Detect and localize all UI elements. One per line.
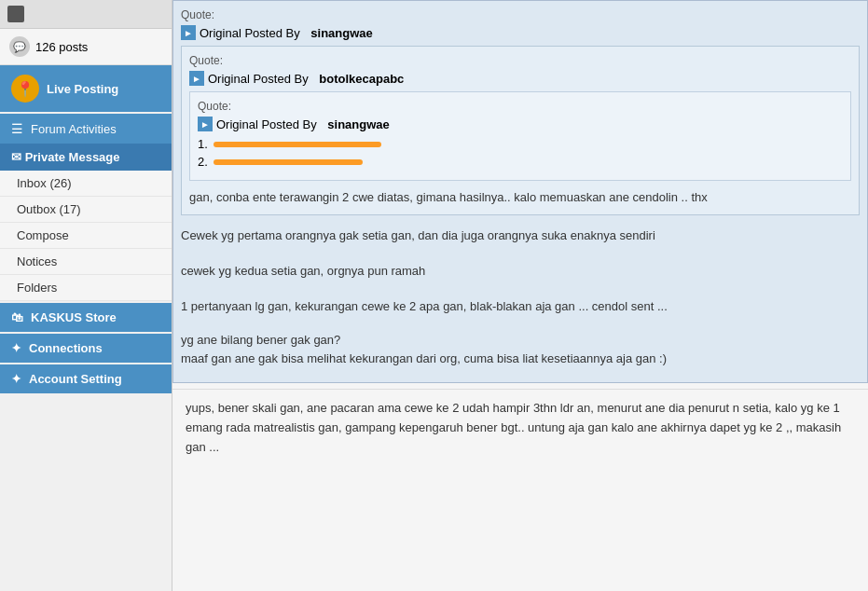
kaskus-store-label: KASKUS Store: [31, 310, 117, 324]
private-message-label: Private Message: [25, 150, 120, 164]
inner-link1-num: 1.: [198, 137, 208, 151]
posts-count-label: 126 posts: [35, 40, 88, 54]
response-3: 1 pertanyaan lg gan, kekurangan cewe ke …: [181, 296, 860, 317]
connections-button[interactable]: ✦ Connections: [0, 334, 172, 363]
kaskus-store-button[interactable]: 🛍 KASKUS Store: [0, 303, 172, 332]
middle-quote-by-text: Original Posted By: [208, 72, 309, 86]
inner-quote-by-text: Original Posted By: [216, 117, 317, 131]
inner-quote-header: ► Original Posted By sinangwae: [198, 117, 843, 131]
account-icon: ✦: [11, 372, 21, 386]
kaskus-logo-icon: [7, 6, 24, 22]
pm-compose-label: Compose: [17, 228, 69, 242]
inner-link2-blurred[interactable]: [214, 159, 363, 165]
pm-folders-item[interactable]: Folders: [0, 275, 172, 301]
inner-link-2-row: 2.: [198, 155, 843, 169]
store-icon: 🛍: [11, 310, 23, 324]
private-message-section[interactable]: ✉ Private Message: [0, 144, 172, 171]
inner-quote-box: Quote: ► Original Posted By sinangwae 1.…: [189, 91, 851, 181]
response-section: Cewek yg pertama orangnya gak setia gan,…: [181, 219, 860, 376]
middle-quote-arrow-icon: ►: [189, 71, 204, 86]
inner-quote-author: sinangwae: [327, 117, 389, 131]
middle-quote-author: botolkecapabc: [319, 72, 404, 86]
pm-folders-label: Folders: [17, 281, 57, 295]
inner-link1-blurred[interactable]: [214, 142, 381, 147]
pm-inbox-item[interactable]: Inbox (26): [0, 171, 172, 197]
chat-icon: 💬: [9, 36, 30, 57]
forum-activities-label: Forum Activities: [31, 122, 117, 136]
connections-label: Connections: [29, 341, 103, 355]
inner-link-1-row: 1.: [198, 137, 843, 151]
final-text-content: yups, bener skali gan, ane pacaran ama c…: [186, 399, 855, 457]
response-4-block: yg ane bilang bener gak gan? maaf gan an…: [181, 331, 860, 370]
posts-count-row: 💬 126 posts: [0, 29, 172, 65]
pm-notices-item[interactable]: Notices: [0, 249, 172, 275]
live-posting-icon: 📍: [11, 75, 39, 103]
outer-quote-arrow-icon: ►: [181, 25, 196, 40]
pm-submenu: Inbox (26) Outbox (17) Compose Notices F…: [0, 171, 172, 301]
response-4-line1: yg ane bilang bener gak gan?: [181, 331, 860, 350]
envelope-icon: ✉: [11, 150, 21, 164]
pm-inbox-label: Inbox (26): [17, 176, 72, 190]
middle-quote-box: Quote: ► Original Posted By botolkecapab…: [181, 46, 860, 215]
outer-quote-author: sinangwae: [310, 26, 372, 40]
outer-quote-header: ► Original Posted By sinangwae: [181, 25, 860, 40]
pm-compose-item[interactable]: Compose: [0, 223, 172, 249]
response-2: cewek yg kedua setia gan, orgnya pun ram…: [181, 260, 860, 282]
pm-outbox-label: Outbox (17): [17, 202, 81, 216]
pm-outbox-item[interactable]: Outbox (17): [0, 197, 172, 223]
pm-notices-label: Notices: [17, 254, 57, 268]
sidebar-logo-bar: [0, 0, 172, 29]
main-content: Quote: ► Original Posted By sinangwae Qu…: [172, 0, 868, 591]
sidebar: 💬 126 posts 📍 Live Posting ☰ Forum Activ…: [0, 0, 172, 591]
middle-quote-label: Quote:: [189, 54, 851, 67]
response-4-line2: maaf gan ane gak bisa melihat kekurangan…: [181, 350, 860, 369]
live-posting-button[interactable]: 📍 Live Posting: [0, 65, 172, 112]
live-posting-label: Live Posting: [47, 82, 118, 96]
outer-quote-label: Quote:: [181, 8, 860, 21]
connections-icon: ✦: [11, 341, 21, 355]
forum-activities-icon: ☰: [11, 121, 23, 136]
inner-quote-label: Quote:: [198, 100, 843, 113]
inner-link2-num: 2.: [198, 155, 208, 169]
inner-quote-arrow-icon: ►: [198, 117, 213, 131]
account-setting-label: Account Setting: [29, 372, 122, 386]
middle-quote-body: gan, conba ente terawangin 2 cwe diatas,…: [189, 188, 851, 207]
outer-quote-by-text: Original Posted By: [200, 26, 300, 40]
response-1: Cewek yg pertama orangnya gak setia gan,…: [181, 225, 860, 246]
outer-quote-box: Quote: ► Original Posted By sinangwae Qu…: [172, 0, 868, 383]
forum-activities-button[interactable]: ☰ Forum Activities: [0, 114, 172, 144]
middle-quote-header: ► Original Posted By botolkecapabc: [189, 71, 851, 86]
final-text-block: yups, bener skali gan, ane pacaran ama c…: [172, 389, 868, 466]
account-setting-button[interactable]: ✦ Account Setting: [0, 364, 172, 393]
